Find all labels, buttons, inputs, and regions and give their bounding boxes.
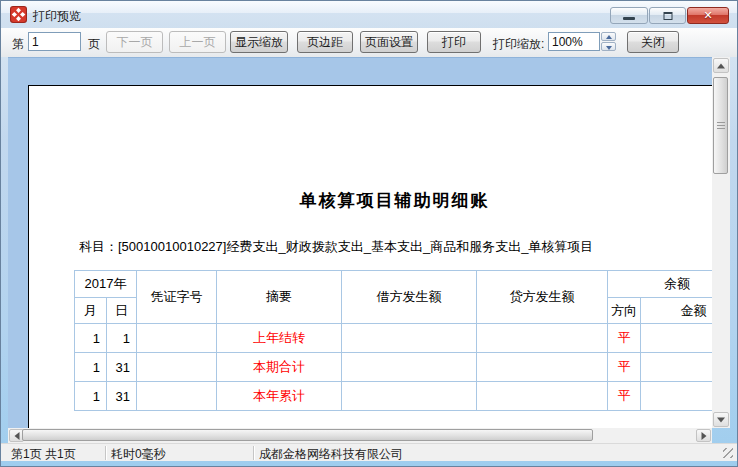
status-page-info: 第1页 共1页 [11,446,76,463]
scroll-down-button[interactable] [713,412,729,427]
header-balance: 余额 [608,271,712,298]
header-credit: 贷方发生额 [477,271,608,324]
spinner-up-button[interactable] [601,32,616,41]
vertical-scroll-thumb[interactable] [713,77,728,174]
cell-day: 31 [107,382,137,411]
document-title: 单核算项目辅助明细账 [29,86,712,212]
resize-grip[interactable] [723,448,733,458]
horizontal-scroll-thumb[interactable] [22,429,593,441]
close-window-button[interactable]: ✕ [687,7,729,24]
document-page: 单核算项目辅助明细账 科目：[50010010010227]经费支出_财政拨款支… [28,85,712,428]
table-row: 1 31 本期合计 平 [75,353,713,382]
cell-credit [477,382,608,411]
minimize-icon [623,17,635,20]
header-direction: 方向 [608,298,641,324]
cell-direction: 平 [608,353,641,382]
app-logo-icon [10,6,27,23]
arrow-down-icon [717,417,725,422]
maximize-icon [663,12,672,20]
cell-direction: 平 [608,324,641,353]
print-preview-window: 打印预览 ✕ 第 页 下一页 上一页 显示缩放 页边距 页面设置 打印 打印缩放… [0,0,738,467]
page-suffix-label: 页 [88,36,100,53]
close-icon: ✕ [703,9,712,22]
spinner-down-icon [606,46,612,50]
status-time-info: 耗时0毫秒 [111,446,166,463]
cell-amount [641,324,712,353]
print-zoom-input[interactable] [548,32,600,51]
header-amount: 金额 [641,298,712,324]
cell-amount [641,382,712,411]
page-margins-button[interactable]: 页边距 [297,31,353,53]
cell-debit [342,382,477,411]
print-button[interactable]: 打印 [427,31,481,53]
arrow-left-icon [14,432,19,440]
toolbar: 第 页 下一页 上一页 显示缩放 页边距 页面设置 打印 打印缩放: 关闭 [1,28,737,57]
header-debit: 借方发生额 [342,271,477,324]
arrow-right-icon [701,432,706,440]
spinner-down-button[interactable] [601,42,616,51]
header-voucher: 凭证字号 [137,271,217,324]
vertical-scrollbar[interactable] [712,57,730,428]
window-title: 打印预览 [33,8,81,25]
cell-debit [342,324,477,353]
header-year: 2017年 [75,271,137,298]
page-number-input[interactable] [28,32,81,51]
cell-summary: 上年结转 [217,324,342,353]
table-row: 1 31 本年累计 平 [75,382,713,411]
spinner-up-icon [606,35,612,39]
horizontal-scrollbar[interactable] [8,428,712,443]
cell-summary: 本期合计 [217,353,342,382]
print-zoom-spinner [601,32,616,51]
cell-voucher [137,324,217,353]
display-zoom-button[interactable]: 显示缩放 [230,31,288,53]
cell-month: 1 [75,324,107,353]
cell-debit [342,353,477,382]
print-zoom-label: 打印缩放: [493,36,544,53]
header-month: 月 [75,298,107,324]
preview-area: 单核算项目辅助明细账 科目：[50010010010227]经费支出_财政拨款支… [8,57,712,428]
header-day: 日 [107,298,137,324]
status-separator [105,446,106,460]
cell-voucher [137,382,217,411]
minimize-button[interactable] [610,7,648,24]
header-summary: 摘要 [217,271,342,324]
cell-voucher [137,353,217,382]
page-prefix-label: 第 [12,36,24,53]
ledger-table: 2017年 凭证字号 摘要 借方发生额 贷方发生额 余额 月 日 方向 金额 1… [74,270,712,411]
cell-day: 1 [107,324,137,353]
status-company: 成都金格网络科技有限公司 [259,446,403,463]
title-bar: 打印预览 ✕ [1,1,737,28]
thumb-grip-icon [717,122,725,130]
cell-month: 1 [75,382,107,411]
cell-credit [477,353,608,382]
scroll-up-button[interactable] [713,58,729,73]
close-preview-button[interactable]: 关闭 [627,31,679,53]
page-setup-button[interactable]: 页面设置 [360,31,418,53]
cell-credit [477,324,608,353]
scroll-right-button[interactable] [696,429,711,442]
cell-amount [641,353,712,382]
status-separator [253,446,254,460]
arrow-up-icon [717,63,725,68]
status-bar: 第1页 共1页 耗时0毫秒 成都金格网络科技有限公司 [1,443,737,461]
cell-month: 1 [75,353,107,382]
prev-page-button[interactable]: 上一页 [169,31,226,53]
maximize-button[interactable] [649,7,686,24]
table-row: 1 1 上年结转 平 [75,324,713,353]
cell-direction: 平 [608,382,641,411]
cell-summary: 本年累计 [217,382,342,411]
subject-line: 科目：[50010010010227]经费支出_财政拨款支出_基本支出_商品和服… [79,238,712,256]
cell-day: 31 [107,353,137,382]
next-page-button[interactable]: 下一页 [106,31,163,53]
